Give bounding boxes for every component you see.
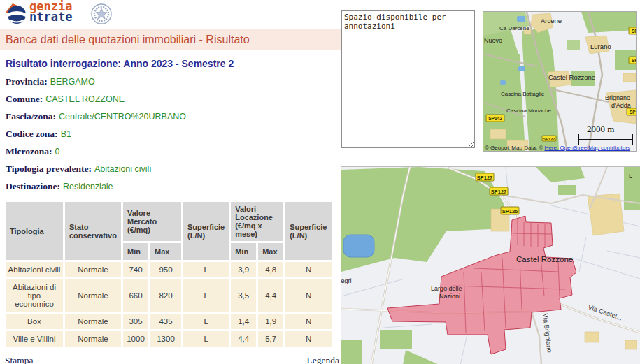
field-tipologia-prevalente: Tipologia prevalente:Abitazioni civili: [6, 164, 344, 174]
cell-superficie-2: N: [285, 314, 332, 329]
col-header-min-mercato: Min: [123, 243, 148, 260]
road-shield-sp127-b: SP127: [491, 189, 507, 195]
table-row: Abitazioni civili Normale 740 950 L 3,9 …: [6, 262, 332, 277]
cell-vl-min: 3,5: [231, 279, 256, 312]
cell-vl-min: 3,9: [231, 262, 256, 277]
table-row: Abitazioni di tipo economico Normale 660…: [6, 279, 332, 312]
town-label-cascina-battaglie: Cascina Battaglie: [501, 91, 545, 97]
left-column: genzia ntrate Banca dati delle quotazion…: [0, 0, 344, 364]
cell-vl-min: 1,4: [231, 314, 256, 329]
legenda-link[interactable]: Legenda: [307, 355, 339, 364]
field-destinazione: Destinazione:Residenziale: [6, 182, 344, 191]
cell-stato: Normale: [65, 279, 121, 312]
page: genzia ntrate Banca dati delle quotazion…: [0, 0, 640, 364]
town-label-cascina-monache: Cascina Monache: [506, 108, 552, 114]
town-label-brignano-2: d'Adda: [611, 102, 631, 109]
agenzia-entrate-logo: genzia ntrate: [4, 1, 344, 28]
result-fields: Provincia:BERGAMO Comune:CASTEL ROZZONE …: [6, 77, 344, 191]
attribution-text: © Geopoi, Map Data: ©: [485, 145, 545, 151]
stampa-link[interactable]: Stampa: [5, 355, 34, 364]
col-header-stato-conservativo: Stato conservativo: [65, 202, 121, 260]
town-label-lurano: Lurano: [590, 43, 611, 50]
col-header-superficie-1: Superficie (L/N): [183, 202, 229, 260]
road-shield-sp126: SP126: [502, 208, 518, 214]
pond: [343, 235, 374, 257]
cell-superficie-2: N: [285, 279, 332, 312]
cell-tipologia: Ville e Villini: [6, 331, 63, 347]
map-attribution: © Geopoi, Map Data: © Here, OpenStreetMa…: [485, 145, 630, 151]
cell-vm-max: 1300: [150, 331, 181, 347]
field-codice-zona: Codice zona:B1: [6, 129, 344, 139]
street-label-largo-2: Nazioni: [439, 293, 460, 300]
field-label: Provincia:: [6, 76, 48, 87]
town-label-brignano: Brignano: [605, 94, 630, 101]
field-provincia: Provincia:BERGAMO: [6, 77, 344, 87]
field-label: Fascia/zona:: [6, 111, 56, 122]
field-value: BERGAMO: [50, 77, 95, 87]
cell-vl-max: 5,7: [258, 331, 283, 347]
town-label-arcene: Arcene: [541, 17, 562, 24]
cell-vm-min: 305: [123, 314, 148, 329]
col-header-min-locazione: Min: [231, 243, 256, 260]
cell-vl-max: 1,9: [258, 314, 283, 329]
field-value: Residenziale: [63, 182, 113, 191]
cell-tipologia: Box: [6, 314, 63, 329]
cell-vm-max: 435: [150, 314, 181, 329]
cell-vl-max: 4,4: [258, 279, 283, 312]
cell-superficie-1: L: [183, 262, 229, 277]
cell-vm-max: 820: [150, 279, 181, 312]
field-value: Abitazioni civili: [94, 164, 151, 174]
field-value: 0: [55, 147, 59, 156]
col-header-tipologia: Tipologia: [6, 202, 63, 260]
col-header-max-locazione: Max: [258, 243, 283, 260]
road-shield-sp127-a: SP127: [477, 175, 493, 181]
road-shield-edge-3: SP1: [630, 110, 636, 115]
cell-stato: Normale: [65, 331, 121, 347]
cell-vl-min: 4,4: [231, 331, 256, 347]
street-label-negri: Negri: [341, 277, 352, 284]
logo-line2: ntrate: [29, 12, 72, 22]
col-header-superficie-2: Superficie (L/N): [285, 202, 332, 260]
field-label: Comune:: [6, 94, 43, 104]
annotations-textarea[interactable]: Spazio disponibile per annotazioni: [341, 10, 475, 148]
table-row: Box Normale 305 435 L 1,4 1,9 N: [6, 314, 332, 329]
field-label: Microzona:: [6, 146, 52, 156]
town-label-nuovo: Nuovo: [484, 37, 502, 44]
edge-label-top-right: L: [629, 173, 632, 180]
detail-map[interactable]: Castel Rozzone Largo delle Nazioni Via B…: [341, 166, 640, 364]
page-banner: Banca dati delle quotazioni immobiliari …: [0, 29, 344, 50]
col-header-valori-locazione: Valori Locazione (€/mq x mese): [231, 202, 283, 241]
field-microzona: Microzona:0: [6, 147, 344, 156]
cell-superficie-1: L: [183, 331, 229, 347]
cell-superficie-1: L: [183, 314, 229, 329]
quotations-table: Tipologia Stato conservativo Valore Merc…: [3, 200, 334, 349]
field-comune: Comune:CASTEL ROZZONE: [6, 94, 344, 104]
overview-map[interactable]: Arcene Cà Darcene Nuovo Lurano Castel Ro…: [483, 11, 637, 152]
cell-tipologia: Abitazioni civili: [6, 262, 63, 277]
logo-text: genzia ntrate: [29, 1, 72, 22]
road-shield-small: SP127: [543, 137, 555, 141]
attribution-links[interactable]: Here, OpenStreetMap contributors: [545, 145, 630, 151]
road-shield-sp142: SP142: [488, 116, 502, 121]
town-label-ca-darcene: Cà Darcene: [499, 25, 529, 31]
result-heading: Risultato interrogazione: Anno 2023 - Se…: [6, 58, 344, 69]
road-shield-edge-2: SP1: [632, 58, 636, 63]
footer-links: Stampa Legenda: [5, 355, 339, 364]
field-value: CASTEL ROZZONE: [45, 94, 125, 104]
field-label: Codice zona:: [6, 129, 58, 139]
cell-stato: Normale: [65, 314, 121, 329]
cell-vm-max: 950: [150, 262, 181, 277]
cell-vl-max: 4,8: [258, 262, 283, 277]
field-value: B1: [61, 129, 71, 139]
zone-label-castel-rozzone: Castel Rozzone: [516, 255, 573, 263]
cell-superficie-2: N: [285, 262, 332, 277]
col-header-valore-mercato: Valore Mercato (€/mq): [123, 202, 181, 241]
field-fascia-zona: Fascia/zona:Centrale/CENTRO%20URBANO: [6, 112, 344, 122]
cell-vm-min: 660: [123, 279, 148, 312]
cell-superficie-2: N: [285, 331, 332, 347]
agenzia-entrate-logo-icon: [4, 2, 28, 29]
street-label-largo-1: Largo delle: [431, 285, 462, 292]
field-value: Centrale/CENTRO%20URBANO: [59, 112, 186, 122]
field-label: Tipologia prevalente:: [6, 163, 92, 174]
page-title: Banca dati delle quotazioni immobiliari …: [0, 34, 250, 46]
